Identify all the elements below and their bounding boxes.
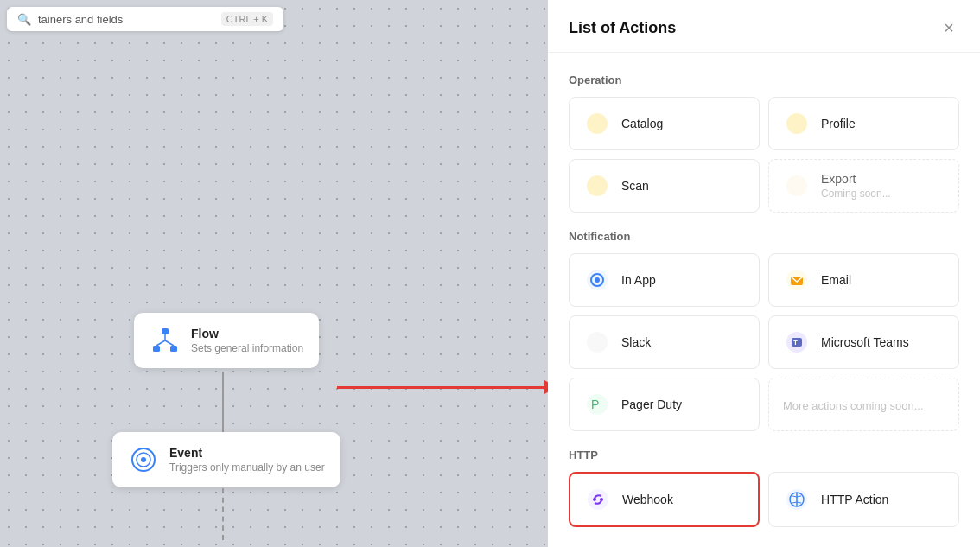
email-icon bbox=[783, 266, 811, 294]
section-label-http: HTTP bbox=[569, 448, 959, 461]
action-webhook[interactable]: Webhook bbox=[569, 472, 760, 527]
svg-rect-1 bbox=[153, 346, 160, 352]
msteams-icon: T bbox=[783, 328, 811, 356]
flow-icon bbox=[150, 325, 181, 356]
action-msteams[interactable]: T Microsoft Teams bbox=[768, 315, 959, 369]
export-text: Export Coming soon... bbox=[821, 172, 891, 200]
flow-node-subtitle: Sets general information bbox=[191, 342, 303, 354]
svg-text:P: P bbox=[591, 398, 599, 411]
dashed-connector bbox=[222, 488, 224, 540]
panel-body: Operation 🏷️ Catalog 👤 P bbox=[548, 53, 980, 547]
action-scan[interactable]: 🔍 Scan bbox=[569, 159, 760, 213]
inapp-icon bbox=[583, 266, 611, 294]
inapp-label: In App bbox=[621, 273, 656, 287]
svg-point-31 bbox=[600, 498, 603, 501]
profile-label: Profile bbox=[821, 117, 856, 130]
svg-rect-2 bbox=[170, 346, 177, 352]
pagerduty-label: Pager Duty bbox=[621, 398, 682, 411]
action-inapp[interactable]: In App bbox=[569, 253, 760, 307]
panel-title: List of Actions bbox=[569, 19, 676, 37]
event-node-text: Event Triggers only manually by an user bbox=[169, 446, 325, 474]
svg-line-5 bbox=[165, 340, 174, 346]
svg-point-29 bbox=[588, 489, 608, 510]
webhook-icon bbox=[584, 486, 612, 513]
msteams-label: Microsoft Teams bbox=[821, 335, 909, 349]
svg-point-13 bbox=[587, 175, 608, 196]
action-catalog[interactable]: 🏷️ Catalog bbox=[569, 97, 760, 150]
action-profile[interactable]: 👤 Profile bbox=[768, 97, 959, 150]
search-shortcut: CTRL + K bbox=[221, 12, 273, 26]
svg-point-8 bbox=[141, 457, 146, 462]
arrow-head bbox=[544, 380, 548, 394]
arrow-line bbox=[337, 386, 544, 389]
email-label: Email bbox=[821, 273, 851, 287]
catalog-label: Catalog bbox=[621, 117, 663, 130]
event-node-subtitle: Triggers only manually by an user bbox=[169, 461, 325, 474]
action-pagerduty[interactable]: P Pager Duty bbox=[569, 378, 760, 431]
operation-grid: 🏷️ Catalog 👤 Profile � bbox=[569, 97, 959, 213]
slack-icon: 🔷 bbox=[583, 328, 611, 356]
action-slack[interactable]: 🔷 Slack bbox=[569, 315, 760, 369]
connector-line bbox=[222, 372, 224, 436]
event-node[interactable]: Event Triggers only manually by an user bbox=[112, 432, 340, 487]
catalog-icon: 🏷️ bbox=[583, 110, 611, 137]
arrow-indicator bbox=[337, 380, 548, 394]
action-httpaction[interactable]: HTTP Action bbox=[768, 472, 959, 527]
section-label-notification: Notification bbox=[569, 230, 959, 243]
scan-label: Scan bbox=[621, 179, 649, 193]
flow-node-title: Flow bbox=[191, 327, 303, 340]
section-label-operation: Operation bbox=[569, 73, 959, 86]
webhook-label: Webhook bbox=[622, 493, 673, 506]
http-grid: Webhook HTTP Action bbox=[569, 472, 959, 527]
export-icon: 📤 bbox=[783, 172, 811, 200]
notification-grid: In App Email 🔷 bbox=[569, 253, 959, 431]
slack-label: Slack bbox=[621, 335, 651, 349]
canvas-area: 🔍 tainers and fields CTRL + K Flow Sets … bbox=[0, 0, 548, 547]
pagerduty-icon: P bbox=[583, 391, 611, 418]
action-email[interactable]: Email bbox=[768, 253, 959, 307]
flow-node[interactable]: Flow Sets general information bbox=[134, 313, 319, 368]
action-export: 📤 Export Coming soon... bbox=[768, 159, 959, 213]
export-label: Export bbox=[821, 172, 891, 186]
svg-point-22 bbox=[587, 332, 608, 353]
actions-panel: List of Actions × Operation 🏷️ Catalog bbox=[548, 0, 980, 547]
panel-header: List of Actions × bbox=[548, 0, 980, 53]
svg-point-9 bbox=[587, 113, 608, 134]
more-notif-label: More actions coming soon... bbox=[783, 399, 924, 412]
search-bar[interactable]: 🔍 tainers and fields CTRL + K bbox=[7, 7, 283, 31]
svg-point-15 bbox=[786, 175, 807, 196]
svg-rect-0 bbox=[162, 328, 169, 334]
close-button[interactable]: × bbox=[939, 17, 959, 38]
svg-text:T: T bbox=[793, 339, 798, 347]
svg-point-30 bbox=[593, 498, 596, 501]
export-sublabel: Coming soon... bbox=[821, 188, 891, 200]
event-icon bbox=[128, 444, 159, 475]
svg-point-11 bbox=[786, 113, 807, 134]
svg-line-4 bbox=[156, 340, 165, 346]
profile-icon: 👤 bbox=[783, 110, 811, 137]
httpaction-icon bbox=[783, 486, 811, 513]
httpaction-label: HTTP Action bbox=[821, 493, 888, 506]
svg-point-19 bbox=[595, 277, 600, 283]
search-icon: 🔍 bbox=[17, 13, 31, 26]
scan-icon: 🔍 bbox=[583, 172, 611, 200]
event-node-title: Event bbox=[169, 446, 325, 460]
flow-node-text: Flow Sets general information bbox=[191, 327, 303, 354]
action-more-notif: More actions coming soon... bbox=[768, 378, 959, 431]
search-text: tainers and fields bbox=[38, 13, 123, 26]
